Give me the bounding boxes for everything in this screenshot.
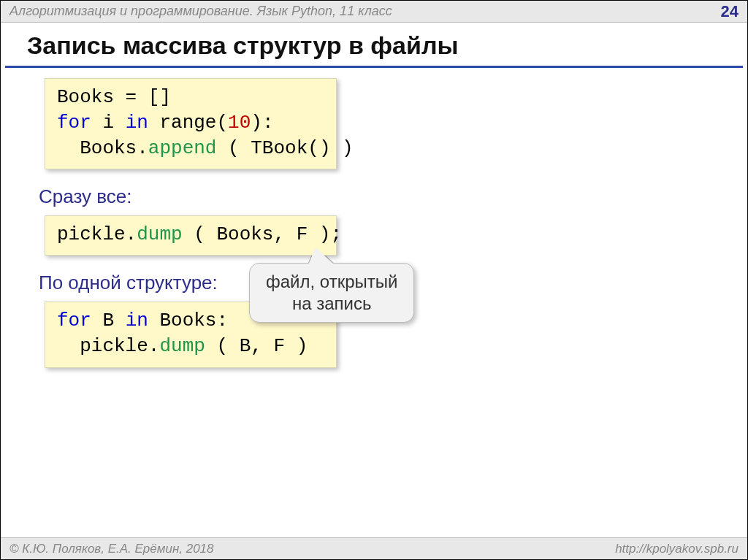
callout-line: на запись xyxy=(266,293,397,315)
code-keyword: in xyxy=(126,310,148,331)
code-text: B xyxy=(91,310,126,331)
footer-url: http://kpolyakov.spb.ru xyxy=(615,542,739,556)
subheading-all: Сразу все: xyxy=(39,185,718,208)
code-text: Books: xyxy=(148,310,228,331)
slide-header: Алгоритмизация и программирование. Язык … xyxy=(1,1,747,23)
code-text: ( B, F ) xyxy=(205,335,308,357)
code-text: pickle. xyxy=(57,335,159,357)
code-text: pickle. xyxy=(57,223,137,245)
code-keyword: in xyxy=(126,112,148,134)
callout-line: файл, открытый xyxy=(266,271,397,293)
code-text: i xyxy=(91,112,126,134)
code-number: 10 xyxy=(228,112,251,134)
callout-file: файл, открытый на запись xyxy=(249,263,414,323)
code-keyword: for xyxy=(57,112,91,134)
code-func: append xyxy=(148,137,217,159)
code-text: ): xyxy=(251,112,273,134)
code-block-2: pickle.dump ( Books, F ); xyxy=(45,215,337,256)
code-text: ( TBook() ) xyxy=(216,137,353,159)
course-title: Алгоритмизация и программирование. Язык … xyxy=(9,4,392,19)
slide-title: Запись массива структур в файлы xyxy=(5,23,743,68)
code-text: Books. xyxy=(57,137,148,159)
code-keyword: for xyxy=(57,310,91,331)
code-func: dump xyxy=(137,223,182,245)
code-block-1: Books = [] for i in range(10): Books.app… xyxy=(45,78,337,169)
footer-authors: © К.Ю. Поляков, Е.А. Ерёмин, 2018 xyxy=(9,542,214,556)
code-func: dump xyxy=(159,335,205,357)
code-text: Books = [] xyxy=(57,86,171,108)
slide: Алгоритмизация и программирование. Язык … xyxy=(0,0,748,560)
code-text: range( xyxy=(148,112,228,134)
slide-content: Books = [] for i in range(10): Books.app… xyxy=(1,78,747,381)
code-text: ( Books, F ); xyxy=(183,223,342,245)
page-number: 24 xyxy=(721,2,739,21)
slide-footer: © К.Ю. Поляков, Е.А. Ерёмин, 2018 http:/… xyxy=(1,537,747,559)
